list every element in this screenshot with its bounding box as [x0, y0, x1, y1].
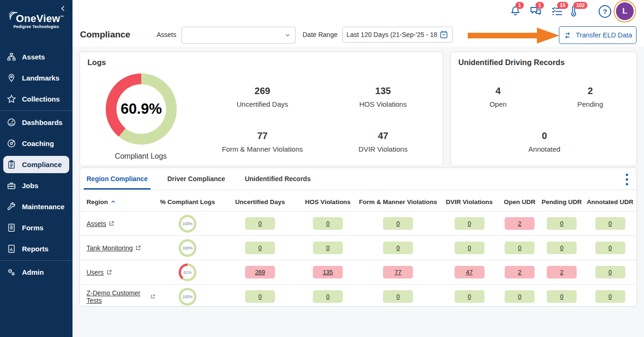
table-options-menu-icon[interactable] [625, 173, 629, 186]
tab-label: Region Compliance [87, 175, 148, 183]
column-header[interactable]: Open UDR [499, 198, 541, 205]
stat-udr-pending: 2 Pending [548, 86, 632, 108]
stat-label: HOS Violations [322, 100, 444, 108]
metric-badge[interactable]: 0 [595, 242, 625, 254]
metric-badge[interactable]: 2 [505, 266, 535, 278]
column-header[interactable]: HOS Violations [300, 198, 356, 205]
sort-caret-up-icon [110, 198, 116, 205]
page-title: Compliance [80, 29, 130, 40]
tasks-checklist-icon[interactable]: 15 [551, 5, 564, 18]
sidebar-item-assets[interactable]: Assets [0, 46, 72, 67]
stat-label: Uncertified Days [202, 100, 323, 108]
column-header[interactable]: Uncertified Days [220, 198, 300, 205]
region-link[interactable]: Assets [87, 220, 106, 227]
tabs-row: Region Compliance Driver Compliance Unid… [80, 168, 637, 190]
metric-badge[interactable]: 2 [505, 217, 535, 230]
metric-badge[interactable]: 0 [455, 290, 485, 303]
metric-badge[interactable]: 0 [245, 290, 275, 303]
main-content: Logs 60.9% Compliant Logs 269 Uncertifie… [72, 47, 644, 337]
sidebar-item-landmarks[interactable]: Landmarks [0, 67, 72, 88]
column-header[interactable]: Form & Manner Violations [356, 198, 440, 205]
transfer-eld-data-button[interactable]: Transfer ELD Data [559, 26, 637, 44]
sidebar-item-admin[interactable]: Admin [0, 262, 72, 283]
column-header-region[interactable]: Region [80, 198, 155, 205]
tab-unidentified-records[interactable]: Unidentified Records [245, 168, 311, 190]
sidebar-item-label: Jobs [22, 182, 38, 190]
topbar-icons-row: 1 1 15 102 ? L [72, 0, 644, 24]
topbar: 1 1 15 102 ? L Compliance Assets [72, 0, 644, 47]
sidebar-item-maintenance[interactable]: Maintenance [0, 196, 72, 217]
metric-badge[interactable]: 135 [313, 266, 343, 278]
metric-badge[interactable]: 269 [245, 266, 275, 278]
region-link[interactable]: Z-Demo Customer Tests [87, 289, 148, 304]
sidebar-item-label: Assets [22, 53, 45, 61]
metric-badge[interactable]: 0 [245, 217, 275, 230]
metric-badge[interactable]: 0 [313, 242, 343, 254]
metric-badge[interactable]: 0 [455, 217, 485, 230]
sidebar-item-coaching[interactable]: Coaching [0, 133, 72, 154]
metric-badge[interactable]: 0 [383, 290, 413, 303]
tab-label: Driver Compliance [167, 175, 225, 183]
stat-value: 135 [322, 86, 444, 96]
sidebar-item-jobs[interactable]: Jobs [0, 175, 72, 196]
table-header: Region % Compliant Logs Uncertified Days… [80, 190, 637, 211]
metric-badge[interactable]: 0 [547, 217, 577, 230]
table-row: Z-Demo Customer Tests100%0000000 [80, 284, 637, 308]
metric-badge[interactable]: 0 [505, 290, 535, 303]
messages-chat-icon[interactable]: 1 [529, 5, 542, 18]
metric-badge[interactable]: 0 [595, 217, 625, 230]
help-icon[interactable]: ? [599, 5, 611, 18]
tab-driver-compliance[interactable]: Driver Compliance [167, 168, 225, 190]
sitemap-icon [7, 52, 16, 61]
column-header[interactable]: DVIR Violations [440, 198, 499, 205]
metric-badge[interactable]: 0 [455, 242, 485, 254]
sidebar-item-reports[interactable]: Reports [0, 238, 72, 259]
sidebar-divider [0, 110, 72, 111]
sidebar-collapse-icon[interactable] [58, 4, 68, 13]
alerts-count-badge: 102 [573, 2, 587, 9]
metric-badge[interactable]: 0 [245, 242, 275, 254]
metric-badge[interactable]: 0 [313, 217, 343, 230]
metric-badge[interactable]: 0 [505, 242, 535, 254]
region-table-body: Assets100%0000200Tank Monitoring100%0000… [80, 211, 637, 308]
stat-udr-open: 4 Open [456, 86, 540, 108]
tab-region-compliance[interactable]: Region Compliance [87, 168, 148, 190]
stat-dvir-violations: 47 DVIR Violations [322, 131, 444, 153]
calendar-icon [439, 30, 449, 39]
column-header[interactable]: Pending UDR [541, 198, 583, 205]
region-link[interactable]: Users [87, 269, 104, 276]
region-link[interactable]: Tank Monitoring [87, 244, 133, 252]
assets-select[interactable] [181, 27, 296, 44]
metric-badge[interactable]: 0 [383, 242, 413, 254]
sidebar-item-forms[interactable]: Forms [0, 217, 72, 238]
help-glyph: ? [603, 7, 607, 15]
sidebar-item-label: Collections [22, 95, 60, 103]
alerts-thermometer-icon[interactable]: 102 [567, 5, 579, 17]
metric-badge[interactable]: 0 [383, 217, 413, 230]
column-header[interactable]: % Compliant Logs [155, 198, 220, 205]
metric-badge[interactable]: 0 [547, 242, 577, 254]
metric-badge[interactable]: 0 [595, 266, 625, 278]
avatar[interactable]: L [616, 2, 634, 20]
metric-badge[interactable]: 77 [383, 266, 413, 278]
stat-uncertified-days: 269 Uncertified Days [202, 86, 323, 108]
notifications-bell-icon[interactable]: 1 [509, 5, 521, 17]
sidebar-item-label: Dashboards [22, 118, 63, 126]
metric-badge[interactable]: 0 [313, 290, 343, 303]
sidebar-item-dashboards[interactable]: Dashboards [0, 112, 72, 133]
stat-hos-violations: 135 HOS Violations [322, 86, 444, 108]
sidebar-item-compliance[interactable]: Compliance [3, 156, 69, 173]
metric-badge[interactable]: 0 [547, 290, 577, 303]
date-range-input[interactable]: Last 120 Days (21-Sep-'25 - 18 [342, 27, 453, 43]
sidebar-nav: Assets Landmarks Collections Dashboards … [0, 46, 72, 283]
sidebar-item-collections[interactable]: Collections [0, 88, 72, 110]
metric-badge[interactable]: 47 [455, 266, 485, 278]
column-header[interactable]: Annotated UDR [583, 198, 637, 205]
stat-udr-annotated: 0 Annotated [502, 131, 586, 153]
stat-label: Form & Manner Violations [202, 145, 323, 153]
external-link-icon [107, 270, 112, 275]
compliance-table-panel: Region Compliance Driver Compliance Unid… [80, 168, 637, 307]
assets-filter-label: Assets [157, 31, 176, 38]
metric-badge[interactable]: 0 [595, 290, 625, 303]
metric-badge[interactable]: 2 [547, 266, 577, 278]
